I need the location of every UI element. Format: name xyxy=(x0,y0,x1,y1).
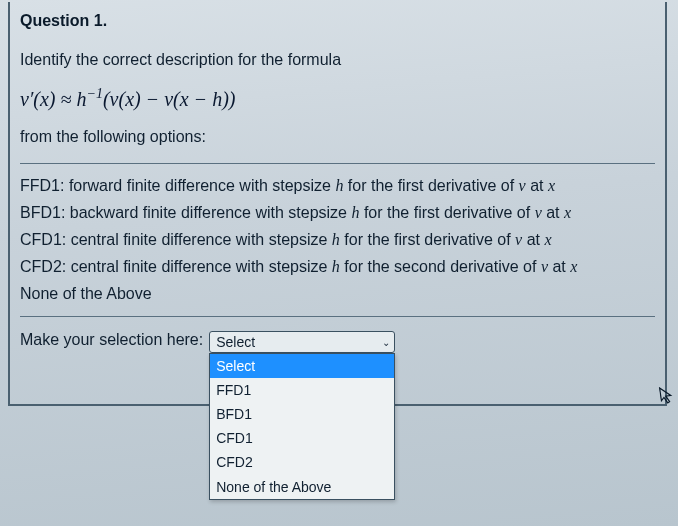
select-current-value: Select xyxy=(216,334,255,350)
option-cfd1: CFD1: central finite difference with ste… xyxy=(20,226,655,253)
formula: v′(x) ≈ h−1(v(x) − v(x − h)) xyxy=(20,86,655,111)
screen: Question 1. Identify the correct descrip… xyxy=(0,0,678,526)
option-none: None of the Above xyxy=(20,280,655,307)
prompt-after: from the following options: xyxy=(20,125,655,149)
option-ffd1: FFD1: forward finite difference with ste… xyxy=(20,172,655,199)
dropdown-option-ffd1[interactable]: FFD1 xyxy=(210,378,394,402)
chevron-down-icon: ⌄ xyxy=(382,336,390,347)
options-block: FFD1: forward finite difference with ste… xyxy=(20,163,655,317)
question-box: Question 1. Identify the correct descrip… xyxy=(8,2,667,406)
dropdown-option-bfd1[interactable]: BFD1 xyxy=(210,402,394,426)
selection-row: Make your selection here: Select ⌄ Selec… xyxy=(20,331,655,363)
answer-select[interactable]: Select ⌄ xyxy=(209,331,395,353)
dropdown-option-cfd2[interactable]: CFD2 xyxy=(210,450,394,474)
answer-dropdown: Select FFD1 BFD1 CFD1 CFD2 None of the A… xyxy=(209,353,395,500)
cursor-icon xyxy=(658,385,675,410)
option-bfd1: BFD1: backward finite difference with st… xyxy=(20,199,655,226)
prompt-intro: Identify the correct description for the… xyxy=(20,48,655,72)
question-title: Question 1. xyxy=(20,12,655,30)
dropdown-option-select[interactable]: Select xyxy=(210,354,394,378)
option-cfd2: CFD2: central finite difference with ste… xyxy=(20,253,655,280)
dropdown-option-none[interactable]: None of the Above xyxy=(210,475,394,499)
selection-label: Make your selection here: xyxy=(20,331,203,349)
dropdown-option-cfd1[interactable]: CFD1 xyxy=(210,426,394,450)
